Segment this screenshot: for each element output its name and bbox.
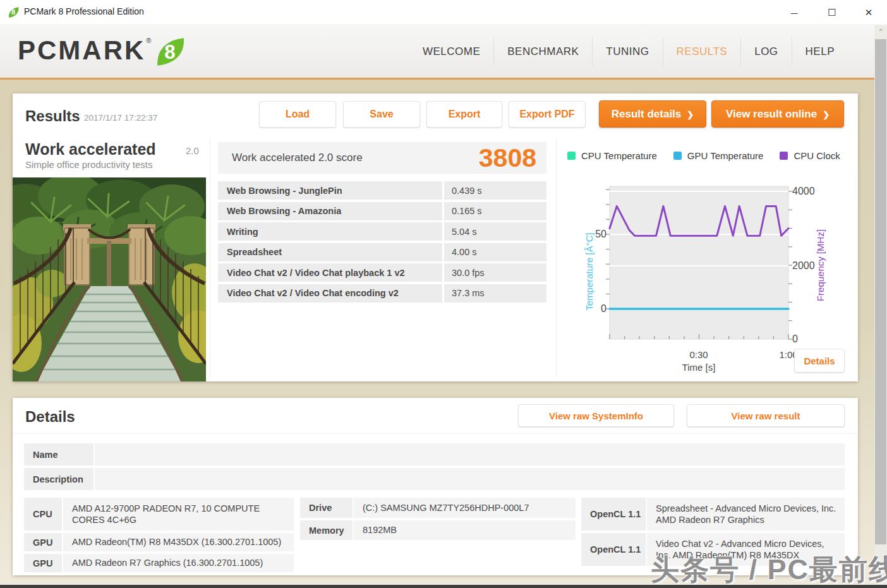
right-axis-tick-4000: 4000 — [792, 186, 815, 196]
score-row-label: Spreadsheet — [218, 243, 442, 261]
name-label: Name — [24, 443, 94, 465]
gpu-row: GPU AMD Radeon(TM) R8 M435DX (16.300.270… — [24, 533, 294, 551]
score-row-label: Video Chat v2 / Video Chat playback 1 v2 — [218, 263, 442, 282]
save-button[interactable]: Save — [343, 101, 420, 128]
gpu-value: AMD Radeon R7 Graphics (16.300.2701.1005… — [63, 554, 294, 572]
nav-log[interactable]: LOG — [740, 37, 791, 66]
legend-cpu-clock: CPU Clock — [780, 150, 840, 161]
left-axis-tick-0: 0 — [601, 303, 606, 314]
app-leaf-icon: 8 — [8, 6, 20, 18]
memory-label: Memory — [300, 520, 353, 540]
test-version: 2.0 — [186, 145, 199, 156]
description-label: Description — [24, 468, 94, 490]
view-raw-systeminfo-button[interactable]: View raw SystemInfo — [518, 404, 674, 427]
export-pdf-button[interactable]: Export PDF — [509, 101, 586, 128]
pcmark-window: 8 PCMark 8 Professional Edition ─ ☐ ✕ PC… — [0, 0, 887, 588]
cpu-value: AMD A12-9700P RADEON R7, 10 COMPUTE CORE… — [63, 498, 294, 531]
chevron-right-icon: ❯ — [687, 110, 694, 119]
details-title: Details — [25, 408, 75, 426]
results-panel: Results 2017/1/17 17:22:37 Load Save Exp… — [13, 93, 858, 381]
table-row: Writing 5.04 s — [218, 222, 546, 241]
close-button[interactable]: ✕ — [854, 0, 883, 25]
export-button[interactable]: Export — [426, 101, 502, 128]
left-axis-title: Temperature [Â°C] — [584, 232, 594, 311]
table-row: Web Browsing - JunglePin 0.439 s — [218, 181, 546, 200]
score-table: Web Browsing - JunglePin 0.439 s Web Bro… — [218, 181, 546, 303]
drive-label: Drive — [300, 498, 353, 518]
cpu-temperature-swatch — [567, 152, 576, 160]
result-details-button[interactable]: Result details ❯ — [599, 100, 706, 128]
divider — [13, 433, 858, 434]
pcmark-logo: PCMARK ® 8 — [18, 35, 186, 68]
score-row-value: 4.00 s — [444, 243, 546, 261]
view-result-online-label: View result online — [726, 108, 817, 121]
scroll-up-icon[interactable]: ⌃ — [874, 25, 887, 38]
test-subtitle: Simple office productivity tests — [25, 159, 152, 170]
score-row-value: 30.0 fps — [444, 263, 546, 282]
right-axis-tick-2000: 2000 — [792, 260, 815, 271]
legend-label: CPU Temperature — [581, 150, 657, 161]
cpu-row: CPU AMD A12-9700P RADEON R7, 10 COMPUTE … — [24, 498, 294, 531]
x-axis-title: Time [s] — [682, 362, 716, 373]
details-panel: Details View raw SystemInfo View raw res… — [13, 398, 858, 575]
gpu-label: GPU — [24, 554, 62, 572]
test-name: Work accelerated — [25, 140, 156, 159]
gpu-temperature-swatch — [673, 152, 682, 160]
nav-help[interactable]: HELP — [792, 37, 848, 66]
name-row: Name — [24, 443, 845, 465]
score-label: Work accelerated 2.0 score — [232, 152, 363, 164]
table-row: Spreadsheet 4.00 s — [218, 243, 546, 261]
cpu-clock-swatch — [780, 152, 788, 160]
right-axis-tick-0: 0 — [792, 333, 798, 344]
vertical-scrollbar[interactable]: ⌃ ⌄ ⌄ — [874, 25, 887, 588]
legend-cpu-temperature: CPU Temperature — [567, 150, 657, 161]
chart-legend: CPU Temperature GPU Temperature CPU Cloc… — [567, 150, 840, 161]
score-value: 3808 — [479, 143, 536, 173]
table-row: Video Chat v2 / Video Chat playback 1 v2… — [218, 263, 546, 282]
column-divider — [210, 139, 210, 378]
nav-results[interactable]: RESULTS — [663, 37, 741, 66]
drive-value: (C:) SAMSUNG MZ7TY256HDHP-000L7 — [354, 498, 576, 518]
score-row-label: Web Browsing - Amazonia — [218, 202, 442, 220]
gpu-row: GPU AMD Radeon R7 Graphics (16.300.2701.… — [24, 554, 294, 572]
view-result-online-button[interactable]: View result online ❯ — [711, 100, 844, 128]
nav-benchmark[interactable]: BENCHMARK — [493, 37, 592, 66]
minimize-button[interactable]: ─ — [780, 0, 809, 25]
legend-label: GPU Temperature — [687, 150, 764, 161]
score-row-value: 0.165 s — [444, 202, 546, 220]
score-row-value: 37.3 ms — [444, 284, 546, 303]
score-box: Work accelerated 2.0 score 3808 — [218, 142, 546, 174]
pcmark-8-leaf-icon: 8 — [155, 35, 186, 68]
score-row-label: Video Chat v2 / Video Chat encoding v2 — [218, 284, 442, 303]
result-details-label: Result details — [612, 108, 682, 121]
x-tick-030: 0:30 — [689, 349, 708, 360]
gpu-value: AMD Radeon(TM) R8 M435DX (16.300.2701.10… — [63, 533, 294, 551]
score-row-value: 5.04 s — [444, 222, 546, 241]
gpu-label: GPU — [24, 533, 62, 551]
watermark-text: 头条号 / PC最前线 — [651, 551, 887, 588]
score-row-label: Writing — [218, 222, 442, 241]
view-raw-result-button[interactable]: View raw result — [687, 404, 845, 427]
legend-gpu-temperature: GPU Temperature — [673, 150, 764, 161]
nav-welcome[interactable]: WELCOME — [409, 37, 493, 66]
title-bar: 8 PCMark 8 Professional Edition ─ ☐ ✕ — [0, 0, 887, 25]
main-nav: WELCOME BENCHMARK TUNING RESULTS LOG HEL… — [409, 25, 848, 78]
chart-details-button[interactable]: Details — [794, 349, 845, 373]
app-header: PCMARK ® 8 WELCOME BENCHMARK TUNING RESU… — [0, 25, 887, 80]
table-row: Video Chat v2 / Video Chat encoding v2 3… — [218, 284, 546, 303]
nav-tuning[interactable]: TUNING — [592, 37, 662, 66]
memory-row: Memory 8192MB — [300, 520, 576, 540]
scrollbar-thumb[interactable] — [875, 39, 886, 544]
pcmark-logo-text: PCMARK — [18, 35, 145, 66]
maximize-button[interactable]: ☐ — [818, 0, 847, 25]
right-axis-title: Frequency [MHz] — [815, 229, 826, 301]
memory-value: 8192MB — [354, 520, 576, 540]
chevron-right-icon: ❯ — [823, 110, 830, 119]
opencl-label: OpenCL 1.1 — [581, 533, 646, 566]
bottom-border — [0, 585, 887, 588]
cpu-label: CPU — [24, 498, 62, 531]
leaf-number: 8 — [165, 41, 176, 63]
results-title: Results — [25, 107, 80, 125]
load-button[interactable]: Load — [259, 101, 336, 128]
table-row: Web Browsing - Amazonia 0.165 s — [218, 202, 546, 220]
